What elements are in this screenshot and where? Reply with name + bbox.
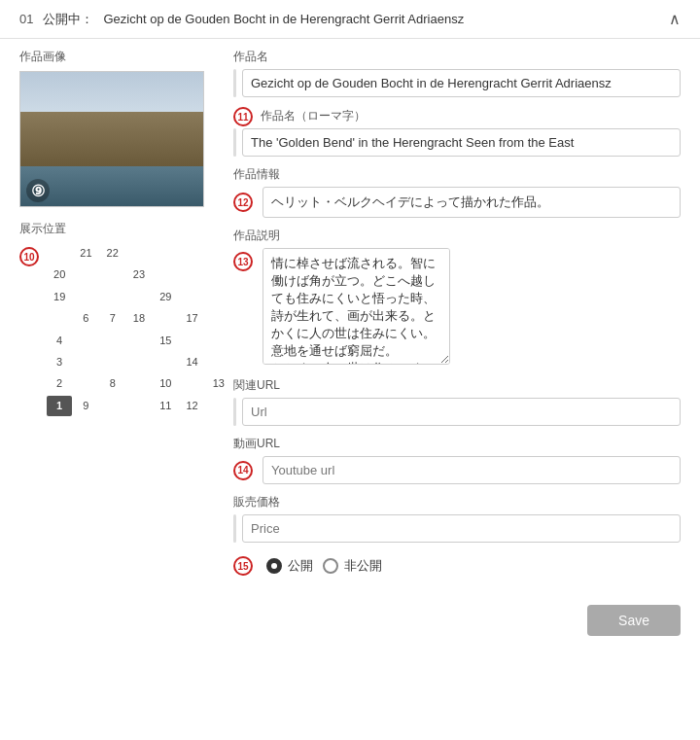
cal-cell [126, 243, 152, 264]
save-row: Save [233, 595, 681, 636]
artwork-name-input[interactable] [242, 69, 681, 97]
cal-cell: 11 [153, 396, 178, 416]
artwork-info-value: ヘリット・ベルクヘイデによって描かれた作品。 [262, 187, 681, 218]
left-border [233, 128, 236, 157]
cal-cell [206, 331, 231, 351]
cal-cell: 2 [47, 373, 72, 394]
artwork-info-label: 作品情報 [233, 166, 681, 183]
cal-cell: 6 [73, 308, 98, 329]
cal-cell [73, 331, 98, 351]
calendar-grid: 21 22 20 23 19 [47, 243, 231, 416]
sales-price-group: 販売価格 [233, 494, 681, 543]
artwork-info-group: 作品情報 12 ヘリット・ベルクヘイデによって描かれた作品。 [233, 166, 681, 218]
radio-private[interactable]: 非公開 [323, 557, 382, 575]
artwork-name-label: 作品名 [233, 49, 681, 65]
cal-cell [100, 287, 125, 307]
cal-cell: 19 [47, 287, 72, 307]
cal-cell [47, 243, 72, 264]
cal-cell: 23 [126, 264, 152, 285]
artwork-image[interactable]: ⑨ [19, 71, 204, 207]
artwork-desc-group: 作品説明 13 情に棹させば流される。智に働けば角が立つ。どこへ越しても住みにく… [233, 228, 681, 368]
cal-cell: 21 [73, 243, 98, 264]
cal-cell [206, 308, 231, 329]
artwork-title: Gezicht op de Gouden Bocht in de Herengr… [103, 12, 464, 26]
radio-public-label: 公開 [288, 557, 313, 575]
artwork-name-roman-label: 作品名（ローマ字） [261, 108, 366, 124]
cal-cell: 14 [179, 352, 204, 372]
cal-cell [179, 331, 204, 351]
cal-cell [179, 243, 204, 264]
radio-private-indicator [323, 558, 338, 574]
left-border [233, 398, 236, 426]
cal-cell [100, 396, 125, 416]
main-content: 作品画像 ⑨ 展示位置 10 21 22 20 [0, 39, 700, 655]
cal-cell [73, 287, 98, 307]
cal-cell [73, 264, 98, 285]
right-column: 作品名 11 作品名（ローマ字） 作品情報 12 ヘリット・ベルクヘイデによって… [233, 49, 681, 636]
radio-public[interactable]: 公開 [266, 557, 313, 575]
cal-cell [206, 396, 231, 416]
cal-cell: 9 [73, 396, 98, 416]
cal-cell [179, 373, 204, 394]
radio-private-label: 非公開 [344, 557, 382, 575]
cal-cell: 12 [179, 396, 204, 416]
cal-cell [100, 264, 125, 285]
related-url-input[interactable] [242, 398, 681, 426]
badge-10: 10 [19, 247, 39, 266]
save-button[interactable]: Save [587, 605, 681, 636]
cal-cell-selected: 1 [47, 396, 72, 416]
cal-cell [179, 264, 204, 285]
record-number: 01 [19, 12, 33, 26]
image-label: 作品画像 [19, 49, 214, 65]
cal-cell [126, 396, 152, 416]
badge-11: 11 [233, 107, 253, 126]
image-badge: ⑨ [26, 179, 50, 202]
cal-cell [126, 331, 152, 351]
cal-cell: 22 [100, 243, 125, 264]
cal-cell: 29 [153, 287, 178, 307]
cal-cell [73, 373, 98, 394]
left-border [233, 69, 236, 97]
cal-cell: 20 [47, 264, 72, 285]
cal-cell: 3 [47, 352, 72, 372]
exhibition-label: 展示位置 [19, 221, 214, 237]
video-url-input[interactable] [262, 456, 681, 484]
calendar: 21 22 20 23 19 [47, 243, 231, 416]
price-input[interactable] [242, 514, 681, 543]
sales-price-label: 販売価格 [233, 494, 681, 511]
badge-14: 14 [233, 461, 253, 480]
cal-cell: 17 [179, 308, 204, 329]
header: 01 公開中： Gezicht op de Gouden Bocht in de… [0, 0, 700, 39]
left-column: 作品画像 ⑨ 展示位置 10 21 22 20 [19, 49, 214, 636]
cal-cell: 18 [126, 308, 152, 329]
status-text: 公開中： [43, 11, 93, 28]
cal-cell [206, 264, 231, 285]
chevron-up-icon[interactable]: ∧ [669, 10, 681, 28]
cal-cell: 10 [153, 373, 178, 394]
cal-cell [206, 287, 231, 307]
cal-cell [153, 243, 178, 264]
video-url-label: 動画URL [233, 436, 280, 452]
cal-cell [153, 308, 178, 329]
artwork-name-roman-input[interactable] [242, 128, 681, 157]
cal-cell [206, 243, 231, 264]
cal-cell [47, 308, 72, 329]
badge-12: 12 [233, 193, 253, 212]
badge-13: 13 [233, 252, 253, 271]
artwork-name-roman-group: 11 作品名（ローマ字） [233, 107, 681, 157]
artwork-name-group: 作品名 [233, 49, 681, 97]
cal-cell: 4 [47, 331, 72, 351]
cal-cell [153, 352, 178, 372]
cal-cell: 13 [206, 373, 231, 394]
cal-cell: 15 [153, 331, 178, 351]
artwork-desc-label: 作品説明 [233, 228, 681, 244]
related-url-label: 関連URL [233, 377, 681, 394]
visibility-row: 15 公開 非公開 [233, 556, 681, 576]
artwork-desc-textarea[interactable]: 情に棹させば流される。智に働けば角が立つ。どこへ越しても住みにくいと悟った時、詩… [262, 248, 450, 365]
cal-cell [179, 287, 204, 307]
left-border [233, 514, 236, 543]
cal-cell [100, 352, 125, 372]
radio-public-indicator [266, 558, 282, 574]
video-url-group: 動画URL 14 [233, 436, 681, 484]
cal-cell [126, 352, 152, 372]
